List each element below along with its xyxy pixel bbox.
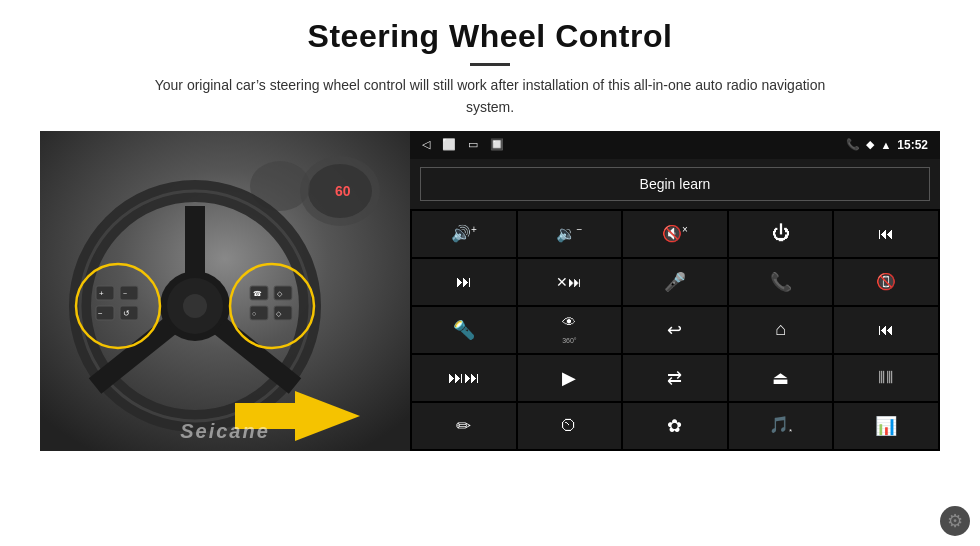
subtitle: Your original car’s steering wheel contr… bbox=[140, 74, 840, 119]
wifi-signal-icon: ▲ bbox=[880, 139, 891, 151]
back-icon: ↩ bbox=[667, 319, 682, 341]
clock-icon: ⏲ bbox=[560, 415, 578, 436]
equalizer2-button[interactable]: 📊 bbox=[834, 403, 938, 449]
mute-button[interactable]: 🔇× bbox=[623, 211, 727, 257]
svg-text:☎: ☎ bbox=[253, 290, 262, 297]
equalizer-icon: ⦀⦀ bbox=[878, 367, 894, 388]
camera-360-button[interactable]: 👁360° bbox=[518, 307, 622, 353]
skip-back-button[interactable]: ⏮ bbox=[834, 307, 938, 353]
steering-wheel-svg: 60 bbox=[40, 131, 410, 451]
svg-text:~: ~ bbox=[123, 290, 127, 297]
music-icon: 🎵* bbox=[769, 415, 792, 436]
android-screen: ◁ ⬜ ▭ 🔲 📞 ◆ ▲ 15:52 Begin learn bbox=[410, 131, 940, 451]
status-bar: ◁ ⬜ ▭ 🔲 📞 ◆ ▲ 15:52 bbox=[410, 131, 940, 159]
prev-track-icon: ⏮ bbox=[878, 225, 894, 243]
begin-learn-area: Begin learn bbox=[410, 159, 940, 209]
bluetooth-icon: ✿ bbox=[667, 415, 682, 437]
hang-up-icon: 📵 bbox=[876, 272, 896, 291]
camera-360-icon: 👁360° bbox=[562, 314, 576, 346]
home-icon: ⌂ bbox=[775, 319, 786, 340]
phone-call-button[interactable]: 📞 bbox=[729, 259, 833, 305]
eject-button[interactable]: ⏏ bbox=[729, 355, 833, 401]
skip-next-button[interactable]: ⏭ bbox=[412, 259, 516, 305]
mic-icon: 🎤 bbox=[664, 271, 686, 293]
flashlight-button[interactable]: 🔦 bbox=[412, 307, 516, 353]
equalizer2-icon: 📊 bbox=[875, 415, 897, 437]
svg-point-9 bbox=[183, 294, 207, 318]
back-nav-icon[interactable]: ◁ bbox=[422, 138, 430, 151]
shuffle-icon: ✕⏭ bbox=[556, 274, 582, 290]
steering-wheel-image: 60 bbox=[40, 131, 410, 451]
recent-nav-icon[interactable]: ▭ bbox=[468, 138, 478, 151]
fast-forward-button[interactable]: ⏭⏭ bbox=[412, 355, 516, 401]
music-button[interactable]: 🎵* bbox=[729, 403, 833, 449]
phone-call-icon: 📞 bbox=[770, 271, 792, 293]
signal-icon: 🔲 bbox=[490, 138, 504, 151]
swap-button[interactable]: ⇄ bbox=[623, 355, 727, 401]
control-button-grid: 🔊+ 🔉− 🔇× ⏻ ⏮ ⏭ ✕⏭ bbox=[410, 209, 940, 451]
status-right: 📞 ◆ ▲ 15:52 bbox=[846, 138, 928, 152]
skip-back-icon: ⏮ bbox=[878, 321, 894, 339]
pen-button[interactable]: ✏ bbox=[412, 403, 516, 449]
begin-learn-button[interactable]: Begin learn bbox=[420, 167, 930, 201]
pen-icon: ✏ bbox=[456, 415, 471, 437]
gear-icon: ⚙ bbox=[947, 510, 963, 532]
svg-text:↺: ↺ bbox=[123, 309, 130, 318]
swap-icon: ⇄ bbox=[667, 367, 682, 389]
time-display: 15:52 bbox=[897, 138, 928, 152]
content-area: 60 bbox=[40, 131, 940, 546]
svg-text:+: + bbox=[99, 289, 104, 298]
vol-up-button[interactable]: 🔊+ bbox=[412, 211, 516, 257]
fast-forward-icon: ⏭⏭ bbox=[448, 369, 480, 387]
power-button[interactable]: ⏻ bbox=[729, 211, 833, 257]
prev-track-button[interactable]: ⏮ bbox=[834, 211, 938, 257]
watermark: Seicane bbox=[180, 420, 270, 443]
navigate-button[interactable]: ▶ bbox=[518, 355, 622, 401]
location-icon: ◆ bbox=[866, 138, 874, 151]
back-button[interactable]: ↩ bbox=[623, 307, 727, 353]
vol-up-icon: 🔊+ bbox=[451, 224, 477, 243]
svg-text:○: ○ bbox=[252, 310, 256, 317]
page-wrapper: Steering Wheel Control Your original car… bbox=[0, 0, 980, 546]
navigate-icon: ▶ bbox=[562, 367, 576, 389]
skip-next-icon: ⏭ bbox=[456, 273, 472, 291]
power-icon: ⏻ bbox=[772, 223, 790, 244]
hang-up-button[interactable]: 📵 bbox=[834, 259, 938, 305]
home-nav-icon[interactable]: ⬜ bbox=[442, 138, 456, 151]
flashlight-icon: 🔦 bbox=[453, 319, 475, 341]
vol-down-button[interactable]: 🔉− bbox=[518, 211, 622, 257]
status-left: ◁ ⬜ ▭ 🔲 bbox=[422, 138, 504, 151]
gear-settings-button[interactable]: ⚙ bbox=[940, 506, 970, 536]
title-section: Steering Wheel Control Your original car… bbox=[40, 18, 940, 131]
vol-down-icon: 🔉− bbox=[556, 224, 582, 243]
svg-text:60: 60 bbox=[335, 183, 351, 199]
home-button[interactable]: ⌂ bbox=[729, 307, 833, 353]
svg-text:−: − bbox=[98, 309, 103, 318]
mute-icon: 🔇× bbox=[662, 224, 688, 243]
mic-button[interactable]: 🎤 bbox=[623, 259, 727, 305]
eject-icon: ⏏ bbox=[772, 367, 789, 389]
equalizer-button[interactable]: ⦀⦀ bbox=[834, 355, 938, 401]
title-divider bbox=[470, 63, 510, 66]
phone-status-icon: 📞 bbox=[846, 138, 860, 151]
shuffle-button[interactable]: ✕⏭ bbox=[518, 259, 622, 305]
clock-button[interactable]: ⏲ bbox=[518, 403, 622, 449]
bluetooth-button[interactable]: ✿ bbox=[623, 403, 727, 449]
page-title: Steering Wheel Control bbox=[40, 18, 940, 55]
